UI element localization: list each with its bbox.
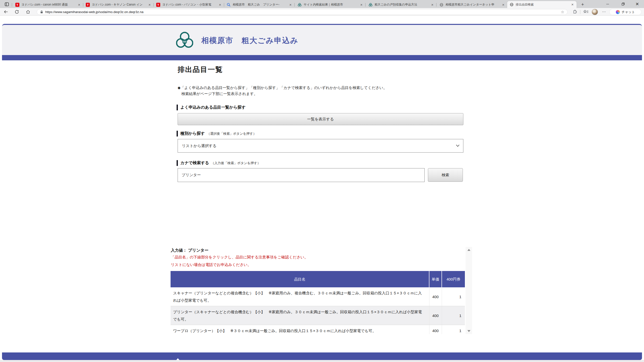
browser-toolbar: https://www.sagamiharasodai-web.jp/sodai… [0,8,644,16]
tab-close-icon[interactable]: × [431,3,434,7]
warning-text-2: リストにない場合は電話でお申込みください。 [171,262,251,267]
favorite-star-icon[interactable]: ☆ [561,10,564,14]
header-400yen-ticket: 400円券 [442,271,465,287]
site-title: 相模原市 粗大ごみ申込み [201,35,298,46]
item-name-link[interactable]: ワープロ（プリンター）【小】 ※３０ｃｍ未満は一般ごみ。回収箱の投入口１５×３０… [171,325,429,334]
category-select-value: リストから選択する [182,144,216,148]
tab-title: 排出品目検索 [516,3,569,7]
yodobashi-favicon-icon: Y [156,3,160,7]
tab-strip: Y ヨドバシ.com - canon ix6830 通販 × Y ヨドバシ.co… [0,0,644,8]
yodobashi-favicon-icon: Y [15,3,19,7]
section-kana-label: カナで検索する （入力後「検索」ボタンを押す） [177,160,260,166]
kana-search-input[interactable] [178,168,425,182]
show-list-button[interactable]: 一覧を表示する [178,113,463,125]
tab-title: ヨドバシ.com - キヤノン Canon イン [92,3,146,7]
copilot-icon [616,10,620,14]
profile-avatar[interactable] [592,9,598,15]
search-favicon-icon [227,3,231,7]
item-name-link[interactable]: プリンター（スキャナーなどとの複合機含む）【小】 ※家庭用のみ。３０ｃｍ未満は一… [171,306,429,325]
tab-close-icon[interactable]: × [360,3,363,7]
tab-actions-button[interactable] [4,2,10,7]
tab-yodobashi-canon-ink[interactable]: Y ヨドバシ.com - キヤノン Canon イン × [83,1,154,8]
tab-yodobashi-ix6830[interactable]: Y ヨドバシ.com - canon ix6830 通販 × [13,1,83,8]
intro-line-2: 検索結果がページ下部に一覧表示されます。 [178,91,387,97]
header-item-name: 品目名 [171,271,429,287]
tab-haishutsu-hinmoku-kensaku-active[interactable]: 排出品目検索 × [507,1,577,8]
chevron-down-icon [456,145,460,147]
footer-accent-bar [2,352,642,360]
table-row: ワープロ（プリンター）【小】 ※３０ｃｍ未満は一般ごみ。回収箱の投入口１５×３０… [171,325,465,334]
search-button[interactable]: 検索 [428,168,463,182]
item-price: 400 [429,325,442,334]
workspaces-icon [5,2,9,7]
extensions-button[interactable] [572,9,578,15]
window-close-button[interactable]: ✕ [631,0,643,8]
tab-close-icon[interactable]: × [148,3,151,7]
tab-title: ヨドバシ.com - パソコン・小型家電 [162,3,217,7]
tab-yodobashi-pc-kaden[interactable]: Y ヨドバシ.com - パソコン・小型家電 × [154,1,224,8]
sagamihara-crest-favicon-icon [369,3,373,7]
tab-title: サイト内検索結果｜相模原市 [304,3,358,7]
category-note-text: （選択後「検索」ボタンを押す） [207,131,256,136]
toolbar-divider [580,10,580,14]
item-ticket-count: 1 [442,306,465,325]
tab-close-icon[interactable]: × [218,3,222,7]
results-table-container: 品目名 単価 400円券 スキャナー（プリンターなどとの複合機含む）【小】 ※家… [171,271,465,334]
window-restore-button[interactable] [617,0,629,8]
yodobashi-favicon-icon: Y [86,3,90,7]
tab-close-icon[interactable]: × [77,3,81,7]
tab-title: ヨドバシ.com - canon ix6830 通販 [21,3,76,7]
lock-icon [40,10,43,14]
tab-search-sodai-printer[interactable]: 相模原市 粗大ごみ プリンター- × [224,1,295,8]
settings-menu-button[interactable]: ⋯ [601,9,607,15]
tab-separator [12,3,12,7]
tab-kobetsu-moushikomi[interactable]: 粗大ごみの戸別収集の申込方法 × [366,1,436,8]
url-text: https://www.sagamiharasodai-web.jp/sodai… [45,10,561,14]
window-minimize-button[interactable] [602,0,613,8]
table-header-row: 品目名 単価 400円券 [171,271,465,287]
intro-line-1: ◆「よく申込みのある品目一覧から探す」「種別から探す」「カナで検索する」のいずれ… [178,85,387,91]
category-label-text: 種別から探す [180,131,205,136]
back-button[interactable] [2,9,10,15]
copilot-chat-button[interactable]: チャット [609,9,641,15]
item-price: 400 [429,306,442,325]
kana-note-text: （入力後「検索」ボタンを押す） [211,161,261,165]
header-unit-price: 単価 [429,271,442,287]
scroll-down-icon[interactable] [467,330,470,332]
item-ticket-count: 1 [442,325,465,334]
favorites-bar-button[interactable] [583,9,589,15]
category-select[interactable]: リストから選択する [178,139,463,153]
section-category-label: 種別から探す （選択後「検索」ボタンを押す） [177,131,256,137]
results-table: 品目名 単価 400円券 スキャナー（プリンターなどとの複合機含む）【小】 ※家… [171,271,465,334]
tab-close-icon[interactable]: × [571,3,574,6]
close-icon: ✕ [635,2,639,7]
tab-sodai-internet[interactable]: 相模原市粗大ごみインターネット申 × [437,1,507,8]
browser-window: Y ヨドバシ.com - canon ix6830 通販 × Y ヨドバシ.co… [0,0,644,362]
header-accent-bar [2,55,642,60]
sagamihara-crest-favicon-icon [298,3,302,7]
new-tab-button[interactable]: + [579,2,586,8]
refresh-button[interactable] [13,9,21,15]
address-bar[interactable]: https://www.sagamiharasodai-web.jp/sodai… [37,9,568,15]
warning-text-1: 「品目名」の下線部分をクリックし、品目に関する注意事項をご確認ください。 [171,255,308,260]
item-price: 400 [429,287,442,306]
restore-icon [621,2,625,6]
page-title: 排出品目一覧 [178,65,223,74]
tab-title: 相模原市粗大ごみインターネット申 [446,3,500,7]
tab-close-icon[interactable]: × [289,3,292,7]
below-fold-strip [0,360,644,362]
item-name-link[interactable]: スキャナー（プリンターなどとの複合機含む）【小】 ※家庭用のみ、複合機含む。３０… [171,287,429,306]
copilot-label: チャット [622,10,635,14]
scroll-up-icon[interactable] [467,249,470,251]
sagamihara-city-logo-icon [176,32,193,49]
tab-title: 粗大ごみの戸別収集の申込方法 [375,3,429,7]
results-scrollbar[interactable] [466,247,472,334]
home-button[interactable] [24,9,32,15]
tab-site-search-results[interactable]: サイト内検索結果｜相模原市 × [295,1,366,8]
tab-close-icon[interactable]: × [502,3,505,7]
intro-text: ◆「よく申込みのある品目一覧から探す」「種別から探す」「カナで検索する」のいずれ… [178,85,387,97]
minimize-icon [606,4,609,4]
table-row: プリンター（スキャナーなどとの複合機含む）【小】 ※家庭用のみ。３０ｃｍ未満は一… [171,306,465,325]
tab-title: 相模原市 粗大ごみ プリンター- [233,3,287,7]
page-top-arrow-tip [176,358,179,360]
